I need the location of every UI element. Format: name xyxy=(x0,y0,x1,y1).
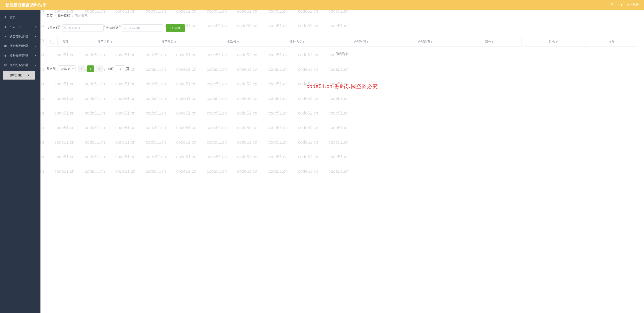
table-header-location[interactable]: 接种地点 xyxy=(265,37,330,46)
sidebar-item-label: 疫苗信息管理 xyxy=(10,34,28,38)
data-table: 索引 疫苗名称 疫苗种类 批次号 接种地点 xyxy=(46,37,638,61)
sidebar-item-vaccine-info[interactable]: 疫苗信息管理 xyxy=(0,32,40,41)
pager-next-button[interactable] xyxy=(96,65,103,72)
svg-rect-8 xyxy=(6,65,6,66)
pager-jump-prefix: 前往 xyxy=(108,67,114,71)
sort-icon xyxy=(110,41,112,43)
search-icon xyxy=(124,26,126,30)
svg-line-12 xyxy=(126,28,126,29)
svg-rect-4 xyxy=(4,54,6,56)
sidebar-item-label: 接种提醒管理 xyxy=(10,54,28,58)
table-empty-text: 暂无数据 xyxy=(47,46,638,61)
sidebar-item-appointment[interactable]: 接种预约管理 xyxy=(0,41,40,51)
calendar-icon xyxy=(4,44,7,48)
sort-icon xyxy=(174,41,176,43)
overlay-text: code51.cn-源码乐园盗图必究 xyxy=(40,83,644,90)
search-icon xyxy=(64,26,67,30)
sidebar-item-label: 预约分配管理 xyxy=(10,63,28,67)
sort-icon xyxy=(237,41,239,43)
sort-icon xyxy=(492,41,494,43)
sidebar-subitem-allocation[interactable]: 预约分配 xyxy=(2,71,35,79)
cursor-icon xyxy=(28,73,30,77)
svg-rect-6 xyxy=(6,64,6,65)
select-all-checkbox[interactable] xyxy=(50,40,54,43)
list-icon xyxy=(4,54,7,57)
pager-jump-input[interactable] xyxy=(115,65,125,72)
sidebar-item-home[interactable]: 首页 xyxy=(0,12,40,22)
app-title: 智能新冠疫苗接种助手 xyxy=(5,2,46,7)
svg-point-11 xyxy=(124,27,126,28)
sidebar-item-label: 个人中心 xyxy=(10,25,22,29)
sort-icon xyxy=(431,41,432,43)
breadcrumb-item[interactable]: 首页 xyxy=(46,14,53,18)
sidebar-item-allocation[interactable]: 预约分配管理 xyxy=(0,60,40,70)
table-header-time[interactable]: 分配时间 xyxy=(329,37,393,46)
svg-line-14 xyxy=(172,28,173,29)
search-icon xyxy=(170,26,173,29)
table-header-action: 操作 xyxy=(586,37,638,46)
breadcrumb-item: 预约分配 xyxy=(75,14,88,18)
user-label[interactable]: 用户 111 xyxy=(610,3,622,7)
sort-icon xyxy=(367,41,368,43)
grid-icon xyxy=(4,64,7,67)
pager-total: 共 0 条 xyxy=(46,67,55,71)
home-icon xyxy=(4,16,7,19)
search-name-input[interactable] xyxy=(62,24,104,32)
pagination: 共 0 条 10条/页 1 前往 页 xyxy=(40,61,644,76)
svg-rect-7 xyxy=(4,65,5,66)
svg-line-10 xyxy=(66,28,66,29)
pager-size-select[interactable]: 10条/页 xyxy=(58,65,76,72)
svg-rect-5 xyxy=(4,64,5,65)
table-header-index[interactable]: 索引 xyxy=(58,37,73,46)
search-button[interactable]: 查询 xyxy=(166,24,185,32)
table-header-checkbox xyxy=(47,37,58,46)
user-icon xyxy=(4,25,7,28)
svg-point-13 xyxy=(170,27,172,29)
table-header-account[interactable]: 账号 xyxy=(457,37,522,46)
breadcrumb-item[interactable]: 接种提醒 xyxy=(58,14,70,18)
table-header-desc[interactable]: 分配说明 xyxy=(393,37,458,46)
search-bar: 疫苗名称 疫苗种类 查询 xyxy=(40,22,644,37)
sidebar-subitem-label: 预约分配 xyxy=(10,73,22,77)
search-name-label: 疫苗名称 xyxy=(46,26,59,30)
table-header-name[interactable]: 疫苗名称 xyxy=(73,37,137,46)
search-type-input[interactable] xyxy=(122,24,163,32)
logout-link[interactable]: 退出登录 xyxy=(626,3,639,7)
table-header-username[interactable]: 姓名 xyxy=(522,37,586,46)
pager-page-1[interactable]: 1 xyxy=(87,65,94,72)
sidebar-item-profile[interactable]: 个人中心 xyxy=(0,22,40,32)
sort-icon xyxy=(556,41,558,43)
pager-prev-button[interactable] xyxy=(78,65,85,72)
sort-icon xyxy=(303,41,304,43)
sidebar: 首页 个人中心 疫苗信息管理 接种预约管理 接种提醒管理 预约分配管理 预约分配 xyxy=(0,10,40,313)
svg-point-1 xyxy=(5,36,6,37)
pager-jump-suffix: 页 xyxy=(126,67,129,71)
svg-rect-3 xyxy=(4,45,6,46)
svg-point-0 xyxy=(5,26,6,27)
breadcrumb: 首页 / 接种提醒 / 预约分配 xyxy=(40,10,644,22)
sidebar-item-label: 接种预约管理 xyxy=(10,44,28,48)
search-type-label: 疫苗种类 xyxy=(106,26,118,30)
sidebar-item-reminder[interactable]: 接种提醒管理 xyxy=(0,51,40,60)
vaccine-icon xyxy=(4,35,7,38)
sidebar-item-label: 首页 xyxy=(10,15,16,19)
table-header-type[interactable]: 疫苗种类 xyxy=(137,37,201,46)
table-header-batch[interactable]: 批次号 xyxy=(201,37,265,46)
svg-point-9 xyxy=(64,27,66,28)
